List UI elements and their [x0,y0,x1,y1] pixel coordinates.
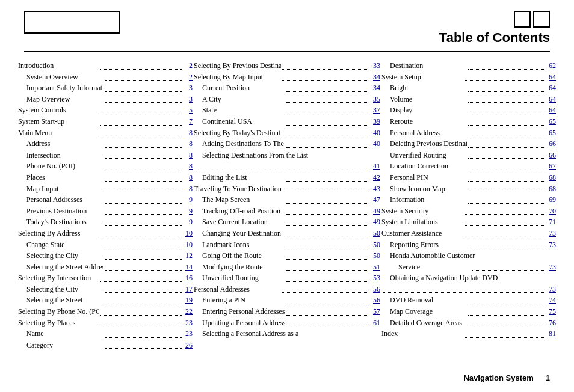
toc-page-num[interactable]: 49 [371,216,380,228]
toc-page-num[interactable]: 64 [546,82,556,94]
toc-label: Unverified Routing [381,150,467,161]
toc-page-num[interactable]: 50 [371,239,380,251]
toc-page-num[interactable]: 51 [371,262,380,273]
toc-page-num[interactable]: 39 [371,116,380,127]
toc-page-num[interactable]: 64 [546,105,556,116]
toc-page-num[interactable]: 2 [183,60,193,72]
header-right: Table of Contents [439,11,550,46]
toc-page-num[interactable]: 66 [546,150,556,161]
toc-label: Index [381,328,463,340]
toc-label: Show Icon on Map [381,183,467,195]
toc-page-num[interactable]: 9 [183,194,193,206]
toc-page-num[interactable]: 56 [371,284,380,295]
toc-page-num[interactable]: 26 [183,340,193,351]
toc-entry: 41 [194,161,380,172]
header: Table of Contents [0,0,574,46]
toc-page-num[interactable]: 3 [183,94,193,105]
toc-page-num[interactable]: 34 [371,82,380,94]
toc-page-num[interactable]: 9 [183,206,193,217]
toc-page-num[interactable]: 12 [183,250,193,262]
toc-label: Modifying the Route [194,262,285,273]
toc-page-num[interactable]: 14 [183,262,193,273]
toc-entry: System Setup64 [381,72,556,83]
toc-entry: System Controls5 [18,105,193,116]
toc-entry: Service73 [381,262,556,273]
toc-label: Adding Destinations To The List [194,138,285,150]
toc-entry: Selecting the Street19 [18,295,193,306]
toc-page-num[interactable]: 81 [546,328,556,340]
toc-page-num[interactable]: 67 [546,161,556,172]
toc-page-num[interactable]: 47 [371,194,380,206]
toc-entry: System Overview2 [18,72,193,83]
toc-page-num[interactable]: 34 [371,72,380,83]
toc-page-num[interactable]: 73 [546,239,556,251]
toc-page-num[interactable]: 2 [183,72,193,83]
toc-page-num[interactable]: 49 [371,206,380,217]
toc-page-num[interactable]: 73 [546,262,556,273]
toc-page-num[interactable]: 7 [183,116,193,127]
toc-label: Introduction [18,60,99,72]
toc-page-num[interactable]: 65 [546,116,556,127]
toc-page-num[interactable]: 23 [183,317,193,329]
toc-page-num[interactable]: 64 [546,94,556,105]
toc-page-num[interactable]: 43 [371,183,380,195]
toc-page-num[interactable]: 75 [546,306,556,317]
toc-page-num[interactable]: 16 [183,272,193,284]
toc-page-num[interactable]: 65 [546,127,556,139]
toc-page-num[interactable]: 66 [546,138,556,150]
toc-page-num[interactable]: 8 [183,127,193,139]
toc-page-num[interactable]: 19 [183,295,193,306]
toc-page-num[interactable]: 57 [371,306,380,317]
toc-page-num[interactable]: 22 [183,306,193,317]
toc-page-num[interactable]: 71 [546,216,556,228]
toc-page-num[interactable]: 68 [546,172,556,183]
toc-page-num[interactable]: 64 [546,72,556,83]
toc-page-num[interactable]: 76 [546,317,556,329]
toc-page-num[interactable]: 42 [371,172,380,183]
header-boxes [514,11,550,28]
toc-page-num[interactable]: 8 [183,161,193,172]
toc-page-num[interactable]: 68 [546,183,556,195]
toc-label: Important Safety Information [18,82,103,94]
toc-page-num[interactable]: 73 [546,228,556,239]
toc-label: Main Menu [18,127,99,139]
toc-page-num[interactable]: 50 [371,250,380,262]
toc-page-num[interactable]: 10 [183,228,193,239]
toc-label: Personal Address [381,127,467,139]
toc-label: Selecting By Places [18,317,99,329]
toc-page-num[interactable]: 70 [546,206,556,217]
toc-entry: System Limitations71 [381,216,556,228]
toc-page-num[interactable]: 33 [371,60,380,72]
toc-page-num[interactable]: 9 [183,216,193,228]
toc-label: Customer Assistance [381,228,463,239]
toc-entry: Previous Destination9 [18,206,193,217]
toc-content: Introduction2System Overview2Important S… [0,60,574,351]
toc-page-num[interactable]: 35 [371,94,380,105]
toc-page-num[interactable]: 73 [546,284,556,295]
toc-page-num[interactable]: 74 [546,295,556,306]
toc-label: Editing the List [194,172,285,183]
toc-page-num[interactable]: 8 [183,172,193,183]
toc-entry: Location Correction67 [381,161,556,172]
toc-page-num[interactable]: 8 [183,150,193,161]
toc-page-num[interactable]: 3 [183,82,193,94]
toc-page-num[interactable]: 8 [183,183,193,195]
toc-label: Obtaining a Navigation Update DVD [381,272,556,284]
toc-page-num[interactable]: 69 [546,194,556,206]
toc-page-num[interactable]: 5 [183,105,193,116]
toc-page-num[interactable]: 61 [371,317,380,329]
toc-page-num[interactable]: 17 [183,284,193,295]
toc-page-num[interactable]: 23 [183,328,193,340]
toc-page-num[interactable]: 10 [183,239,193,251]
toc-page-num[interactable]: 50 [371,228,380,239]
toc-page-num[interactable]: 40 [371,138,380,150]
toc-page-num[interactable]: 37 [371,105,380,116]
toc-page-num[interactable]: 56 [371,295,380,306]
toc-page-num[interactable]: 8 [183,138,193,150]
toc-page-num[interactable]: 40 [371,127,380,139]
toc-page-num[interactable]: 41 [371,161,380,172]
toc-page-num[interactable]: 53 [371,272,380,284]
toc-entry: Selecting By Previous Destination33 [194,60,380,72]
toc-label: Selecting Destinations From the List [194,150,380,161]
toc-page-num[interactable]: 62 [546,60,556,72]
